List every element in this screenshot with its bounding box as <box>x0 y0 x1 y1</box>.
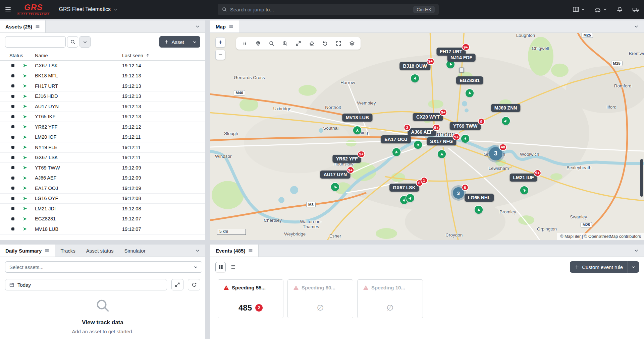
table-row[interactable]: LG16 OYF19:12:08 <box>0 194 205 204</box>
main-menu-button[interactable] <box>5 6 11 13</box>
layout-switcher-button[interactable] <box>573 6 585 12</box>
add-asset-button[interactable]: Asset <box>159 36 189 48</box>
vehicle-direction-marker[interactable] <box>438 150 446 158</box>
refresh-button[interactable] <box>188 279 200 290</box>
fleet-view-button[interactable] <box>594 7 607 12</box>
scrollbar-thumb[interactable] <box>640 159 643 197</box>
custom-event-rule-button[interactable]: Custom event rule <box>570 261 628 273</box>
vehicle-label-chip[interactable]: CX20 WYT9+ <box>413 113 443 121</box>
table-row[interactable]: MV18 LUB19:12:07 <box>0 224 205 234</box>
event-card[interactable]: Speeding 10...∅ <box>357 279 423 318</box>
table-row[interactable]: YT69 TWW19:12:09 <box>0 163 205 173</box>
table-row[interactable]: EGZ828119:12:07 <box>0 214 205 224</box>
table-row[interactable]: GX67 LSK19:12:11 <box>0 153 205 163</box>
vehicle-label-chip[interactable]: AU17 UYN9+ <box>320 171 350 179</box>
vehicle-label-chip[interactable]: MV18 LUB <box>342 114 372 122</box>
tab-tracks[interactable]: Tracks <box>55 245 80 257</box>
fullscreen-button[interactable] <box>332 39 345 49</box>
table-row[interactable]: GX67 LSK19:12:14 <box>0 61 205 71</box>
custom-event-rule-menu-button[interactable] <box>628 261 639 273</box>
map-cluster-marker[interactable]: 36 <box>453 187 464 199</box>
locate-button[interactable] <box>252 39 264 49</box>
event-card[interactable]: Speeding 55...4852 <box>218 279 283 318</box>
column-name[interactable]: Name <box>35 53 122 58</box>
vehicle-label-chip[interactable]: GX67 LSK61 <box>389 184 419 192</box>
table-row[interactable]: BK18 MFL19:12:13 <box>0 71 205 81</box>
drag-handle-button[interactable] <box>238 39 251 49</box>
map-collapse-button[interactable] <box>629 20 644 32</box>
column-status[interactable]: Status <box>0 53 35 58</box>
tab-simulator[interactable]: Simulator <box>119 245 151 257</box>
events-collapse-button[interactable] <box>629 245 644 257</box>
vehicle-label-chip[interactable]: YT69 TWW9 <box>450 122 481 130</box>
search-area-button[interactable] <box>265 39 278 49</box>
selected-vehicle-marker[interactable] <box>459 68 464 73</box>
tab-asset-status[interactable]: Asset status <box>81 245 119 257</box>
event-card[interactable]: Speeding 80...∅ <box>287 279 353 318</box>
panel-menu-icon[interactable] <box>229 24 233 29</box>
column-last-seen[interactable]: Last seen <box>122 53 150 58</box>
summary-collapse-button[interactable] <box>190 245 205 257</box>
panel-menu-icon[interactable] <box>45 248 49 253</box>
list-view-button[interactable] <box>228 262 238 272</box>
notifications-button[interactable] <box>616 6 623 13</box>
vehicle-direction-marker[interactable] <box>411 74 419 82</box>
vehicle-direction-marker[interactable] <box>466 89 474 97</box>
vehicle-label-chip[interactable]: LG65 NHL <box>465 194 494 202</box>
tab-assets[interactable]: Assets (25) <box>0 20 46 32</box>
fleet-admin-button[interactable] <box>632 7 639 12</box>
vehicle-direction-marker[interactable] <box>406 194 414 202</box>
add-asset-menu-button[interactable] <box>189 36 200 48</box>
vehicle-label-chip[interactable]: BJ18 OUW9+ <box>399 62 430 70</box>
vehicle-direction-marker[interactable] <box>392 148 400 156</box>
fit-bounds-button[interactable] <box>292 39 305 49</box>
vehicle-direction-marker[interactable] <box>520 186 528 194</box>
vehicle-direction-marker[interactable] <box>475 206 483 214</box>
table-row[interactable]: FH17 URT19:12:13 <box>0 81 205 91</box>
tab-events[interactable]: Events (485) <box>210 245 259 257</box>
vehicle-label-chip[interactable]: SX17 NFG9+ <box>427 137 456 145</box>
tab-map[interactable]: Map <box>210 20 239 32</box>
vehicle-label-chip[interactable]: NJ14 FDF <box>447 54 476 62</box>
table-row[interactable]: EA17 OOJ19:12:09 <box>0 183 205 194</box>
table-row[interactable]: LM20 IOF19:12:11 <box>0 132 205 143</box>
map-canvas[interactable]: LoughtonChigwellBrentwoodRomfordIlfordGe… <box>210 33 644 240</box>
layers-button[interactable] <box>346 39 358 49</box>
zoom-out-button[interactable]: − <box>215 50 225 60</box>
table-row[interactable]: EJ16 HDD19:12:13 <box>0 91 205 102</box>
asset-search-input[interactable] <box>5 36 66 48</box>
table-row[interactable]: YR62 YFF19:12:12 <box>0 122 205 132</box>
workspace-switcher[interactable]: GRS Fleet Telematics <box>59 6 118 12</box>
panel-menu-icon[interactable] <box>35 24 40 29</box>
expand-panel-button[interactable] <box>171 279 184 290</box>
vehicle-label-chip[interactable]: EGZ8281 <box>456 76 483 84</box>
table-row[interactable]: LM21 JDI19:12:08 <box>0 204 205 214</box>
zoom-in-button[interactable]: + <box>215 37 225 48</box>
vehicle-label-chip[interactable]: MJ69 ZNN <box>491 104 521 112</box>
date-picker[interactable]: Today <box>5 279 167 290</box>
vehicle-label-chip[interactable]: YR62 YFF9+ <box>333 155 361 163</box>
vehicle-direction-marker[interactable] <box>331 183 339 191</box>
global-search[interactable]: Search or jump to... Cmd+K <box>218 4 439 15</box>
vehicle-label-chip[interactable]: LM21 IUF9+ <box>509 174 537 182</box>
clear-map-button[interactable] <box>306 39 318 49</box>
map-cluster-marker[interactable]: 348 <box>489 147 502 160</box>
table-row[interactable]: AU17 UYN19:12:13 <box>0 101 205 112</box>
vehicle-direction-marker[interactable] <box>353 126 361 134</box>
vehicle-direction-marker[interactable] <box>414 141 422 149</box>
vehicle-label-chip[interactable]: AJ66 AEF39+ <box>408 128 436 136</box>
table-row[interactable]: NY19 FLE19:12:11 <box>0 142 205 153</box>
asset-select-dropdown[interactable]: Select assets... <box>5 261 202 273</box>
table-row[interactable]: YT65 IKF19:12:13 <box>0 112 205 122</box>
zoom-to-selection-button[interactable] <box>279 39 291 49</box>
vehicle-direction-marker[interactable] <box>461 135 469 143</box>
asset-search-options-button[interactable] <box>79 36 91 48</box>
table-row[interactable]: AJ66 AEF19:12:09 <box>0 173 205 184</box>
tab-daily-summary[interactable]: Daily Summary <box>0 245 55 257</box>
vehicle-direction-marker[interactable] <box>502 117 510 125</box>
asset-search-button[interactable] <box>67 36 78 48</box>
assets-collapse-button[interactable] <box>190 20 205 32</box>
grid-view-button[interactable] <box>215 262 226 272</box>
reset-rotation-button[interactable] <box>319 39 331 49</box>
vehicle-label-chip[interactable]: EA17 OOJ <box>381 135 411 143</box>
